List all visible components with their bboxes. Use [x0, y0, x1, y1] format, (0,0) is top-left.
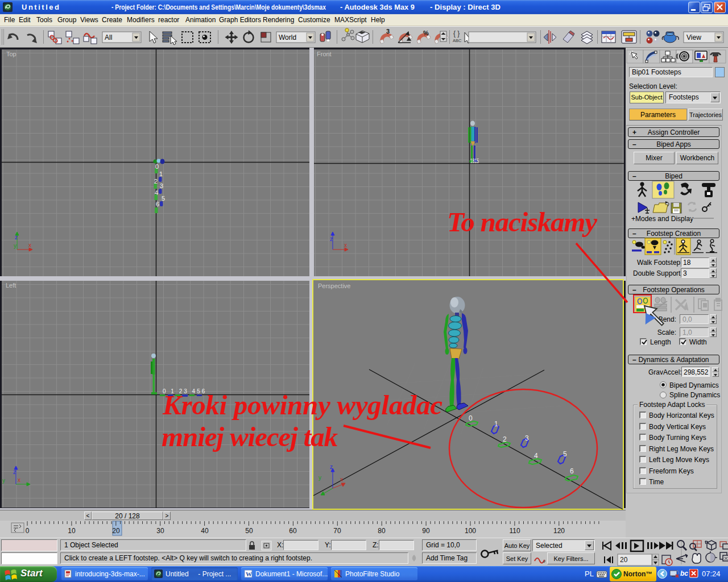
svg-text:mniej wiecej tak: mniej wiecej tak [162, 421, 338, 452]
svg-text:Kroki powinny wygladac: Kroki powinny wygladac [162, 389, 442, 421]
svg-text:To naciskamy: To naciskamy [447, 206, 597, 238]
